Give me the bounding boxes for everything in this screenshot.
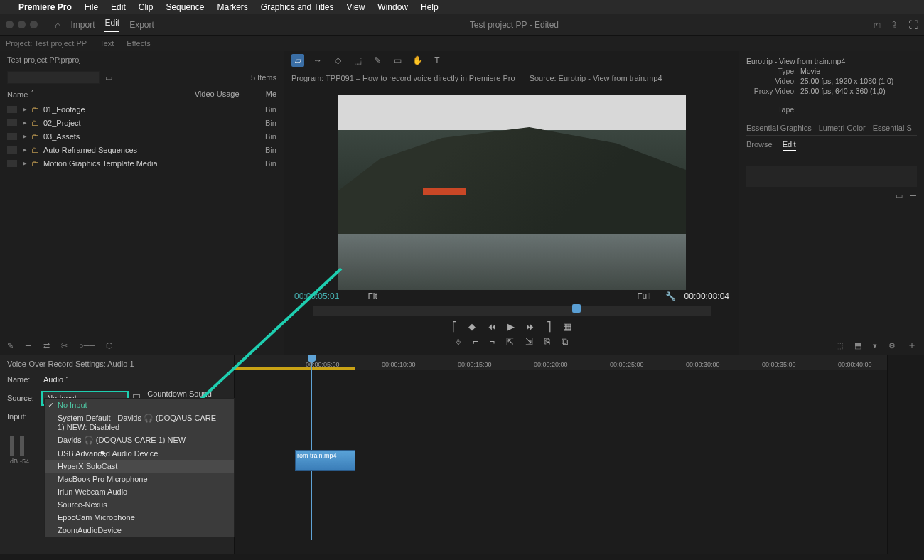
project-row[interactable]: ▸🗀Motion Graphics Template MediaBin (0, 156, 284, 170)
play-icon[interactable]: ▶ (507, 321, 515, 332)
group-icon[interactable]: ☰ (910, 191, 917, 200)
fullscreen-icon[interactable]: ⛶ (908, 19, 918, 31)
sort-asc-icon[interactable]: ˄ (31, 90, 35, 99)
col-name[interactable]: Name (7, 90, 28, 99)
menu-clip[interactable]: Clip (139, 2, 154, 12)
playhead-marker[interactable] (572, 304, 581, 313)
project-row[interactable]: ▸🗀03_AssetsBin (0, 129, 284, 143)
track-select-icon[interactable]: ☰ (25, 341, 32, 350)
opt-no-input[interactable]: No Input (45, 399, 234, 411)
opt-zoom-audio[interactable]: ZoomAudioDevice (45, 524, 234, 537)
menu-help[interactable]: Help (421, 2, 439, 12)
menu-edit[interactable]: Edit (111, 2, 126, 12)
selection-tool-icon[interactable]: ▱ (291, 54, 304, 67)
opt-source-nexus[interactable]: Source-Nexus (45, 498, 234, 511)
type-icon[interactable]: T (431, 54, 444, 67)
menu-sequence[interactable]: Sequence (166, 2, 204, 12)
subtab-edit[interactable]: Edit (783, 140, 796, 151)
row-checkbox[interactable] (7, 160, 17, 167)
timeline-ruler[interactable]: 00:00:05:00 00:00:10:00 00:00:15:00 00:0… (235, 355, 887, 370)
tab-lumetri[interactable]: Lumetri Color (819, 124, 866, 132)
video-preview[interactable] (338, 95, 686, 290)
opt-iriun-webcam[interactable]: Iriun Webcam Audio (45, 485, 234, 498)
tab-project[interactable]: Project: Test project PP (6, 39, 87, 48)
step-fwd-icon[interactable]: ⏭ (526, 321, 535, 332)
pen-tool-icon[interactable]: ⬡ (106, 341, 113, 350)
rect-icon[interactable]: ▭ (391, 54, 404, 67)
expand-icon[interactable]: ▸ (23, 118, 27, 127)
safe-margins-icon[interactable]: ▦ (563, 321, 571, 332)
vo-name-value[interactable]: Audio 1 (43, 375, 70, 384)
expand-icon[interactable]: ▸ (23, 158, 27, 168)
zoom-fit[interactable]: Fit (367, 291, 377, 301)
project-row[interactable]: ▸🗀Auto Reframed SequencesBin (0, 143, 284, 156)
slip-icon[interactable]: ○── (79, 341, 95, 350)
col-me[interactable]: Me (266, 90, 276, 99)
opt-usb-audio[interactable]: USB Advanced Audio Device (45, 447, 234, 460)
tab-essential-sound[interactable]: Essential S (873, 124, 912, 132)
project-row[interactable]: ▸🗀01_FootageBin (0, 102, 284, 116)
row-checkbox[interactable] (7, 106, 17, 113)
bin-icon[interactable]: ▭ (105, 73, 112, 82)
extract-icon[interactable]: ⇲ (525, 336, 533, 348)
mark-out-icon[interactable]: ⎤ (547, 321, 552, 332)
tab-edit[interactable]: Edit (104, 18, 119, 32)
select-tool-icon[interactable]: ✎ (7, 341, 14, 350)
tab-export[interactable]: Export (129, 20, 154, 30)
tab-effects[interactable]: Effects (127, 39, 150, 48)
menu-markers[interactable]: Markers (217, 2, 247, 12)
pen-icon[interactable]: ✎ (371, 54, 384, 67)
link-icon[interactable]: ⬒ (854, 341, 861, 350)
lift-icon[interactable]: ⇱ (506, 336, 514, 348)
timecode-current[interactable]: 00:00:05:01 (294, 291, 339, 301)
step-back-icon[interactable]: ⏮ (487, 321, 496, 332)
opt-hyperx-solocast[interactable]: HyperX SoloCast (45, 460, 234, 473)
menu-file[interactable]: File (85, 2, 98, 12)
scrub-bar[interactable] (313, 306, 711, 316)
share-icon[interactable]: ⇪ (890, 19, 898, 31)
snap-icon[interactable]: ⬚ (836, 341, 843, 350)
expand-icon[interactable]: ▸ (23, 131, 27, 141)
razor-icon[interactable]: ✂ (61, 341, 68, 350)
wrench-icon[interactable]: 🔧 (665, 291, 676, 301)
row-checkbox[interactable] (7, 146, 17, 154)
add-marker-icon[interactable]: ◆ (468, 321, 476, 332)
opt-macbook-mic[interactable]: MacBook Pro Microphone (45, 473, 234, 485)
in-bracket-icon[interactable]: ⌐ (473, 336, 478, 348)
tab-text[interactable]: Text (100, 39, 114, 48)
resolution-full[interactable]: Full (637, 291, 650, 301)
insert-icon[interactable]: ⎀ (456, 336, 461, 348)
menu-view[interactable]: View (347, 2, 365, 12)
expand-icon[interactable]: ▸ (23, 145, 27, 154)
add-button-icon[interactable]: ＋ (907, 339, 917, 352)
opt-davids-doqaus[interactable]: Davids 🎧 (DOQAUS CARE 1) NEW (45, 434, 234, 447)
out-bracket-icon[interactable]: ¬ (490, 336, 495, 348)
tab-import[interactable]: Import (70, 20, 95, 30)
settings-icon[interactable]: ⚙ (888, 341, 896, 350)
program-tab[interactable]: Program: TPP091 – How to record voice di… (291, 74, 515, 82)
export-frame-icon[interactable]: ⎘ (544, 336, 550, 348)
window-controls[interactable] (6, 21, 38, 28)
compare-icon[interactable]: ⧉ (562, 336, 568, 348)
marker-tool-icon[interactable]: ▾ (873, 341, 877, 350)
crop-icon[interactable]: ⬚ (351, 54, 364, 67)
project-row[interactable]: ▸🗀02_ProjectBin (0, 116, 284, 129)
ripple-icon[interactable]: ⇄ (43, 341, 50, 350)
source-tab[interactable]: Source: Eurotrip - View from train.mp4 (530, 74, 662, 82)
subtab-browse[interactable]: Browse (746, 140, 773, 151)
tab-essential-graphics[interactable]: Essential Graphics (746, 124, 812, 132)
new-layer-icon[interactable]: ▭ (896, 191, 903, 200)
timeline-clip[interactable]: rom train.mp4 (295, 450, 355, 471)
hand-icon[interactable]: ✋ (411, 54, 424, 67)
opt-epoccam[interactable]: EpocCam Microphone (45, 511, 234, 524)
timeline-playhead[interactable] (311, 355, 312, 540)
rotate-icon[interactable]: ◇ (331, 54, 344, 67)
hand-alt-icon[interactable]: ↔ (311, 54, 324, 67)
row-checkbox[interactable] (7, 119, 17, 126)
menu-graphics[interactable]: Graphics and Titles (261, 2, 334, 12)
mark-in-icon[interactable]: ⎡ (452, 321, 457, 332)
row-checkbox[interactable] (7, 133, 17, 140)
expand-icon[interactable]: ▸ (23, 104, 27, 114)
home-icon[interactable]: ⌂ (55, 19, 60, 31)
opt-system-default[interactable]: System Default - Davids 🎧 (DOQAUS CARE 1… (45, 411, 234, 434)
